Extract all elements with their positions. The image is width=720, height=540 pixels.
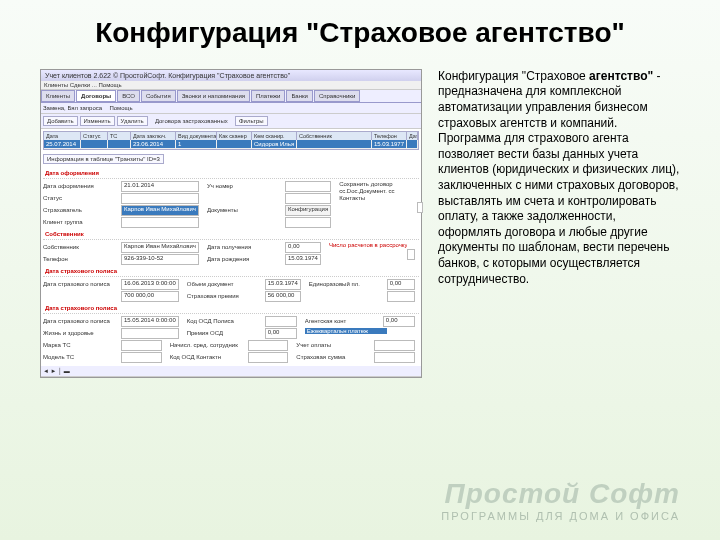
lbl-life: Жизнь и здоровье [43, 330, 121, 336]
delete-button[interactable]: Удалить [117, 116, 148, 126]
inp-dt[interactable]: 0,00 [285, 242, 321, 253]
lbl-osdk: Код ОСД Контактн [170, 354, 248, 360]
window-titlebar: Учет клиентов 2.622 © ПростойСофт. Конфи… [41, 70, 421, 81]
col-start: Дата начала [407, 132, 418, 140]
table-row[interactable]: 25.07.2014 23.06.2014 1 Сидоров Илья Мих… [44, 140, 418, 149]
section-header-date: Дата оформления [43, 168, 419, 179]
inp-pd[interactable]: 16.06.2013 0:00:00 [121, 279, 179, 290]
logo-title: Простой Софт [441, 478, 680, 510]
detail-form: Дата оформления Дата оформления21.01.201… [43, 168, 419, 364]
lbl-docs: Документы [207, 207, 285, 213]
lbl-num: Уч номер [207, 183, 285, 189]
toolbar-label: Договора застрахованных [155, 118, 228, 124]
lbl-sum: Страховая сумма [296, 354, 374, 360]
lbl-dob: Дата рождения [207, 256, 285, 262]
inp-insurer[interactable]: Карпов Иван Михайлович [121, 205, 199, 216]
status-bar: ◄ ► │ ▬ [41, 366, 421, 377]
lbl-posd: Премия ОСД [187, 330, 265, 336]
section-header-policy2: Дата страхового полиса [43, 303, 419, 314]
inp-dob[interactable]: 15.03.1974 [285, 254, 321, 265]
lbl-pd: Дата страхового полиса [43, 281, 121, 287]
lbl-dt: Дата получения [207, 244, 285, 250]
section-header-owner: Собственник [43, 229, 419, 240]
data-grid[interactable]: Дата Статус ТС Дата заключ. Вид документ… [43, 131, 419, 150]
lbl-emp: Начисл. сред. сотрудник [170, 342, 248, 348]
lbl-calc: Число расчетов в рассрочку [329, 242, 407, 248]
col-date: Дата [44, 132, 81, 140]
section-header-policy: Дата страхового полиса [43, 266, 419, 277]
main-tabs: Клиенты Договоры ВСО События Звонки и на… [41, 90, 421, 103]
lbl-sp: Единоразовый пл. [309, 281, 387, 287]
inp-docs[interactable]: Конфигурация [285, 205, 331, 216]
level2-bar: Замена, Бял запроса Помощь [41, 103, 421, 114]
inp-group[interactable] [121, 217, 199, 228]
lvl2-field: Замена, Бял запроса [43, 105, 102, 111]
inp-owner[interactable]: Карпов Иван Михайлович [121, 242, 199, 253]
lbl-e3: Контакты [339, 195, 417, 201]
col-scan: Как сканер [217, 132, 252, 140]
filter-button[interactable]: Фильтры [235, 116, 267, 126]
tab-payments[interactable]: Платежи [251, 90, 285, 102]
lbl-ag: Агентская конт [305, 318, 383, 324]
lbl-status: Статус [43, 195, 121, 201]
menu-bar: Клиенты Сделки ... Помощь [41, 81, 421, 90]
grid-header: Дата Статус ТС Дата заключ. Вид документ… [44, 132, 418, 140]
lbl-model: Модель ТС [43, 354, 121, 360]
col-ts: ТС [108, 132, 131, 140]
col-phone: Телефон [372, 132, 407, 140]
tab-contracts[interactable]: Договоры [76, 90, 116, 102]
col-date2: Дата заключ. [131, 132, 176, 140]
col-doc: Вид документа [176, 132, 217, 140]
lbl-pd2: Дата страхового полиса [43, 318, 121, 324]
lbl-date: Дата оформления [43, 183, 121, 189]
logo-subtitle: ПРОГРАММЫ ДЛЯ ДОМА И ОФИСА [441, 510, 680, 522]
slide-title: Конфигурация "Страховое агентство" [40, 18, 680, 49]
lbl-e2: сс.Doc.Документ. сс [339, 188, 417, 194]
inp-phone[interactable]: 926-339-10-52 [121, 254, 199, 265]
edit-button[interactable]: Изменить [80, 116, 115, 126]
lbl-owner: Собственник [43, 244, 121, 250]
inp-status[interactable] [121, 193, 199, 204]
tab-banks[interactable]: Банки [286, 90, 313, 102]
company-logo: Простой Софт ПРОГРАММЫ ДЛЯ ДОМА И ОФИСА [441, 478, 680, 522]
toolbar: Добавить Изменить Удалить Договора застр… [41, 114, 421, 129]
lbl-prem: Страховая премия [187, 293, 265, 299]
tab-calls[interactable]: Звонки и напоминания [177, 90, 250, 102]
panel-header: Информация в таблице "Транзиты" ID=3 [43, 154, 164, 164]
lbl-group: Клиент группа [43, 219, 121, 225]
col-status: Статус [81, 132, 108, 140]
lbl-phone: Телефон [43, 256, 121, 262]
app-screenshot: Учет клиентов 2.622 © ПростойСофт. Конфи… [40, 69, 422, 378]
add-button[interactable]: Добавить [43, 116, 78, 126]
inp-d4[interactable] [285, 217, 331, 228]
col-scanby: Кем сканир. [252, 132, 297, 140]
lvl2-help: Помощь [109, 105, 132, 111]
lbl-pay: Учет оплаты [296, 342, 374, 348]
tab-refs[interactable]: Справочники [314, 90, 360, 102]
inp-date[interactable]: 21.01.2014 [121, 181, 199, 192]
inp-d2[interactable] [285, 193, 331, 204]
lbl-insurer: Страхователь [43, 207, 121, 213]
inp-num[interactable] [285, 181, 331, 192]
lbl-qp: Ежеквартальн платеж [305, 328, 387, 334]
lbl-vol: Объем документ [187, 281, 265, 287]
description-text: Конфигурация "Страховое агентство" - пре… [438, 69, 680, 378]
tab-events[interactable]: События [141, 90, 176, 102]
lbl-e1: Сохранить договор [339, 181, 417, 187]
tab-vso[interactable]: ВСО [117, 90, 140, 102]
lbl-osd: Код ОСД Полиса [187, 318, 265, 324]
lbl-brand: Марка ТС [43, 342, 121, 348]
tab-clients[interactable]: Клиенты [41, 90, 75, 102]
col-owner: Собственник [297, 132, 372, 140]
